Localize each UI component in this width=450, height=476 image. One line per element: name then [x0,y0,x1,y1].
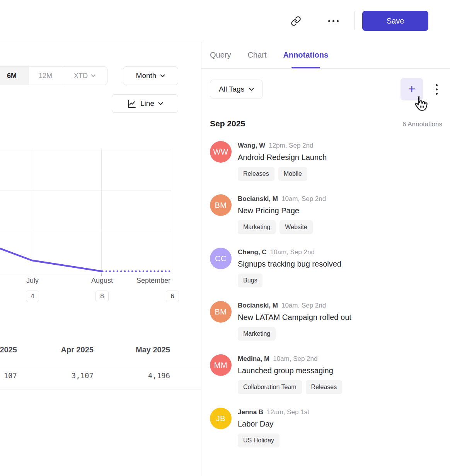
topbar-divider [354,12,355,30]
range-button-label: 6M [7,72,17,80]
table-header-cell: May 2025 [108,345,170,354]
chart-data-table: 2025Apr 2025May 2025 1073,1074,196 [0,339,201,389]
annotation-tag-row: ReleasesMobile [238,167,442,181]
range-button-label: XTD [74,72,88,80]
chart-panel: 6M12MXTD Month Line [0,42,201,476]
annotation-title: Launched group messaging [238,364,365,377]
annotation-time: 10am, Sep 2nd [281,301,326,310]
x-axis-labels: JulyAugustSeptember [0,277,201,287]
annotation-count-badge[interactable]: 8 [95,291,109,302]
annotation-author: Bocianski, M [238,194,278,204]
chevron-down-icon [160,74,165,78]
line-chart-plot [0,149,178,278]
tag-pill[interactable]: Releases [306,380,343,394]
annotation-title: Signups tracking bug resolved [238,257,365,271]
more-menu-button[interactable] [325,12,342,29]
table-value-cell: 4,196 [108,371,170,380]
annotations-panel: QueryChartAnnotations All Tags + [201,42,450,476]
app-window: Save 6M12MXTD Month Line [0,0,450,476]
annotation-tag-row: MarketingWebsite [238,220,442,234]
table-header-cell: Apr 2025 [32,345,94,354]
annotation-title: Android Redesign Launch [238,151,365,164]
annotation-tag-row: Bugs [238,274,442,287]
tab-annotations[interactable]: Annotations [283,42,328,68]
annotations-toolbar: All Tags + [210,80,442,100]
x-axis-annotation-badges: 486 [0,291,201,303]
annotation-item[interactable]: JB Jenna B 12am, Sep 1st Labor Day US Ho… [210,408,442,447]
save-button[interactable]: Save [362,11,428,31]
annotation-author: Cheng, C [238,248,267,257]
x-axis-label: August [91,277,113,285]
granularity-dropdown[interactable]: Month [123,66,178,85]
avatar: JB [210,408,232,429]
granularity-label: Month [136,71,157,80]
annotation-author: Bocianski, M [238,301,278,310]
range-button-6m[interactable]: 6M [0,67,29,85]
chevron-down-icon [91,74,95,77]
chart-type-dropdown[interactable]: Line [112,94,178,113]
annotation-time: 10am, Sep 2nd [270,248,315,257]
tab-label: Annotations [283,51,328,60]
annotation-count: 6 Annotations [402,121,442,128]
avatar: WW [210,141,232,163]
panel-tabs: QueryChartAnnotations [201,42,450,69]
annotation-time: 10am, Sep 2nd [281,194,326,204]
annotation-title: Labor Day [238,417,365,431]
more-horizontal-icon [328,20,339,22]
tag-pill[interactable]: Collaboration Team [238,380,302,394]
annotation-list: WW Wang, W 12pm, Sep 2nd Android Redesig… [210,141,442,447]
tag-pill[interactable]: Releases [238,167,274,181]
tag-filter-label: All Tags [219,85,244,94]
add-annotation-button[interactable]: + [401,78,423,100]
annotation-count-badge[interactable]: 4 [26,291,39,302]
tab-query[interactable]: Query [210,42,231,68]
tag-pill[interactable]: Bugs [238,274,262,287]
range-button-label: 12M [39,72,52,80]
avatar: CC [210,248,232,269]
tab-chart[interactable]: Chart [247,42,266,68]
annotation-author: Medina, M [238,354,269,364]
annotation-title: New Pricing Page [238,204,365,218]
range-button-xtd[interactable]: XTD [62,67,107,85]
table-row-divider [0,389,201,389]
date-range-segmented-control: 6M12MXTD [0,66,107,85]
range-button-12m[interactable]: 12M [29,67,62,85]
annotation-item[interactable]: MM Medina, M 10am, Sep 2nd Launched grou… [210,354,442,394]
tag-filter-dropdown[interactable]: All Tags [210,80,263,99]
table-value-cell: 107 [0,371,17,380]
active-tab-underline [291,67,320,68]
annotations-more-button[interactable] [431,78,442,100]
x-axis-label: July [26,277,39,285]
tag-pill[interactable]: Mobile [278,167,307,181]
annotation-author: Jenna B [238,408,263,417]
chevron-down-icon [249,88,254,91]
annotation-time: 10am, Sep 2nd [273,354,317,364]
annotation-item[interactable]: WW Wang, W 12pm, Sep 2nd Android Redesig… [210,141,442,181]
table-header-cell: 2025 [0,345,17,354]
annotation-group-header: Sep 2025 6 Annotations [210,119,442,128]
tag-pill[interactable]: Marketing [238,220,276,234]
copy-link-button[interactable] [287,12,304,29]
tab-label: Chart [247,51,266,60]
annotation-time: 12pm, Sep 2nd [269,141,313,150]
annotation-tag-row: Marketing [238,327,442,341]
annotation-count-badge[interactable]: 6 [166,291,179,302]
link-icon [291,16,301,26]
tag-pill[interactable]: Marketing [238,327,276,341]
annotation-item[interactable]: BM Bocianski, M 10am, Sep 2nd New LATAM … [210,301,442,341]
avatar: MM [210,354,232,376]
table-header-divider [0,366,201,366]
annotation-item[interactable]: BM Bocianski, M 10am, Sep 2nd New Pricin… [210,194,442,234]
table-value-cell: 3,107 [32,371,94,380]
tab-label: Query [210,51,231,60]
tag-pill[interactable]: US Holiday [238,434,280,447]
tag-pill[interactable]: Website [280,220,313,234]
top-bar: Save [0,0,450,42]
series-line-solid [0,248,102,271]
annotation-author: Wang, W [238,141,265,150]
annotation-item[interactable]: CC Cheng, C 10am, Sep 2nd Signups tracki… [210,248,442,287]
annotation-time: 12am, Sep 1st [267,408,309,417]
chevron-down-icon [158,102,163,105]
annotation-tag-row: Collaboration TeamReleases [238,380,442,394]
annotation-tag-row: US Holiday [238,434,442,447]
